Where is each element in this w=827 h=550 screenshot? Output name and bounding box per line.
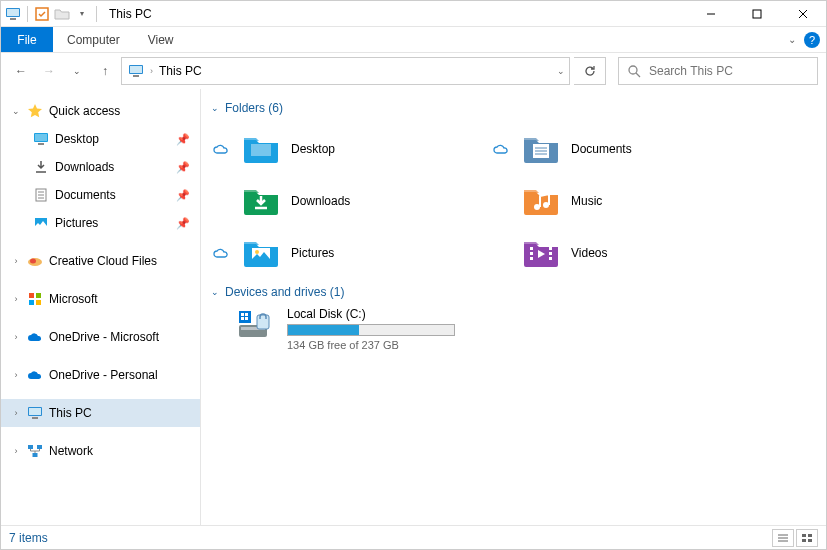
sidebar-item-onedrive-personal[interactable]: ›OneDrive - Personal	[1, 361, 200, 389]
chevron-down-icon[interactable]: ⌄	[211, 103, 219, 113]
search-box[interactable]	[618, 57, 818, 85]
view-tab[interactable]: View	[134, 27, 188, 52]
separator	[96, 6, 97, 22]
svg-rect-49	[549, 257, 552, 260]
sidebar-item-onedrive-microsoft[interactable]: ›OneDrive - Microsoft	[1, 323, 200, 351]
svg-rect-30	[32, 417, 38, 419]
svg-line-12	[636, 73, 640, 77]
maximize-button[interactable]	[734, 1, 780, 27]
folder-desktop[interactable]: Desktop	[207, 123, 487, 175]
folder-icon	[241, 236, 281, 270]
sidebar-item-label: Documents	[55, 188, 116, 202]
chevron-down-icon[interactable]: ⌄	[211, 287, 219, 297]
forward-button[interactable]: →	[37, 59, 61, 83]
folder-label: Downloads	[291, 194, 350, 208]
drive-local-disk-c[interactable]: Local Disk (C:) 134 GB free of 237 GB	[207, 307, 812, 351]
window-title: This PC	[109, 7, 152, 21]
new-folder-icon[interactable]	[54, 6, 70, 22]
sidebar-item-creative-cloud-files[interactable]: ›Creative Cloud Files	[1, 247, 200, 275]
svg-rect-25	[36, 293, 41, 298]
recent-locations-button[interactable]: ⌄	[65, 59, 89, 83]
chevron-right-icon[interactable]: ›	[150, 66, 153, 76]
sidebar-item-documents[interactable]: Documents📌	[1, 181, 200, 209]
folders-section-header[interactable]: ⌄ Folders (6)	[211, 101, 812, 115]
svg-rect-2	[10, 18, 16, 20]
chevron-right-icon[interactable]: ›	[11, 256, 21, 266]
drives-section-header[interactable]: ⌄ Devices and drives (1)	[211, 285, 812, 299]
nav-bar: ← → ⌄ ↑ › This PC ⌄	[1, 53, 826, 89]
sidebar-item-network[interactable]: ›Network	[1, 437, 200, 465]
microsoft-icon	[27, 291, 43, 307]
folder-icon	[241, 132, 281, 166]
close-button[interactable]	[780, 1, 826, 27]
svg-rect-45	[530, 252, 533, 255]
folder-label: Videos	[571, 246, 607, 260]
chevron-right-icon[interactable]: ›	[11, 408, 21, 418]
back-button[interactable]: ←	[9, 59, 33, 83]
search-icon	[627, 64, 641, 78]
cloud-sync-icon	[213, 144, 231, 155]
status-bar: 7 items	[1, 525, 826, 549]
svg-rect-54	[245, 313, 248, 316]
svg-rect-32	[37, 445, 42, 449]
sidebar-item-desktop[interactable]: Desktop📌	[1, 125, 200, 153]
folder-downloads[interactable]: Downloads	[207, 175, 487, 227]
sidebar-item-microsoft[interactable]: ›Microsoft	[1, 285, 200, 313]
chevron-right-icon[interactable]: ›	[11, 332, 21, 342]
folder-videos[interactable]: Videos	[487, 227, 767, 279]
svg-rect-29	[29, 408, 41, 415]
folder-label: Music	[571, 194, 602, 208]
qat-dropdown-icon[interactable]: ▾	[74, 6, 90, 22]
file-tab[interactable]: File	[1, 27, 53, 52]
pin-icon: 📌	[176, 161, 190, 174]
folder-icon	[521, 184, 561, 218]
network-icon	[27, 443, 43, 459]
sidebar-item-label: Microsoft	[49, 292, 98, 306]
chevron-right-icon[interactable]: ›	[11, 370, 21, 380]
folder-icon	[521, 132, 561, 166]
svg-rect-9	[130, 66, 142, 73]
sidebar-item-label: Pictures	[55, 216, 98, 230]
address-bar[interactable]: › This PC ⌄	[121, 57, 570, 85]
details-view-button[interactable]	[772, 529, 794, 547]
svg-rect-56	[245, 317, 248, 320]
chevron-down-icon[interactable]: ⌄	[11, 106, 21, 116]
svg-rect-46	[530, 257, 533, 260]
folder-pictures[interactable]: Pictures	[207, 227, 487, 279]
sidebar-item-label: Downloads	[55, 160, 114, 174]
folder-music[interactable]: Music	[487, 175, 767, 227]
refresh-button[interactable]	[574, 57, 606, 85]
drive-label: Local Disk (C:)	[287, 307, 455, 321]
chevron-right-icon[interactable]: ›	[11, 294, 21, 304]
sidebar-item-downloads[interactable]: Downloads📌	[1, 153, 200, 181]
help-icon[interactable]: ?	[804, 32, 820, 48]
sidebar-quick-access[interactable]: ⌄ Quick access	[1, 97, 200, 125]
sidebar-item-label: Creative Cloud Files	[49, 254, 157, 268]
search-input[interactable]	[649, 64, 809, 78]
sidebar-item-this-pc[interactable]: ›This PC	[1, 399, 200, 427]
large-icons-view-button[interactable]	[796, 529, 818, 547]
drive-usage-bar	[287, 324, 455, 336]
properties-icon[interactable]	[34, 6, 50, 22]
svg-rect-57	[257, 315, 269, 329]
svg-rect-31	[28, 445, 33, 449]
breadcrumb-this-pc[interactable]: This PC	[159, 64, 202, 78]
svg-rect-34	[251, 144, 271, 156]
documents-icon	[33, 187, 49, 203]
folder-documents[interactable]: Documents	[487, 123, 767, 175]
ribbon: File Computer View ⌄ ?	[1, 27, 826, 53]
ribbon-expand-icon[interactable]: ⌄	[788, 34, 796, 45]
chevron-right-icon[interactable]: ›	[11, 446, 21, 456]
address-dropdown-icon[interactable]: ⌄	[557, 66, 565, 76]
sidebar-item-pictures[interactable]: Pictures📌	[1, 209, 200, 237]
svg-point-43	[255, 250, 259, 254]
svg-rect-14	[35, 134, 47, 141]
svg-rect-55	[241, 317, 244, 320]
sidebar-item-label: OneDrive - Microsoft	[49, 330, 159, 344]
computer-tab[interactable]: Computer	[53, 27, 134, 52]
up-button[interactable]: ↑	[93, 59, 117, 83]
onedrive-icon	[27, 329, 43, 345]
drive-free-text: 134 GB free of 237 GB	[287, 339, 455, 351]
minimize-button[interactable]	[688, 1, 734, 27]
svg-rect-1	[7, 9, 19, 16]
